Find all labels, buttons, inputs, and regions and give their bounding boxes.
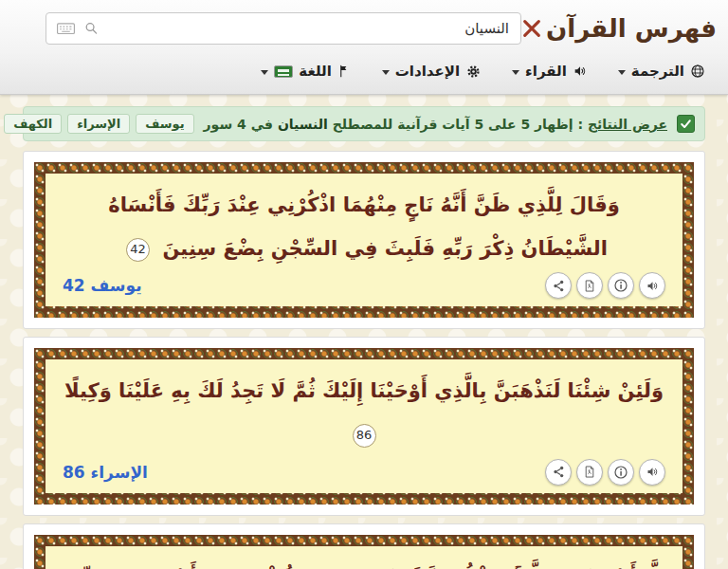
search-input[interactable]: [46, 13, 520, 44]
verse-text: وَلَئِنْ شِئْنَا لَنَذْهَبَنَّ بِالَّذِي…: [63, 369, 665, 456]
nav-item-settings[interactable]: الإعدادات: [382, 63, 482, 80]
verse-words: وَقَالَ لِلَّذِي ظَنَّ أَنَّهُ نَاجٍ مِن…: [108, 193, 619, 260]
ornate-frame: إِلَّا أَنْ يَشَاءَ اللَّهُ ۚ وَاذْكُرْ …: [34, 535, 694, 569]
surah-ref-link[interactable]: يوسف 42: [63, 276, 142, 295]
rehal-icon: [521, 18, 542, 39]
verse-card: وَلَئِنْ شِئْنَا لَنَذْهَبَنَّ بِالَّذِي…: [23, 337, 705, 515]
show-results-link[interactable]: عرض النتائج: [588, 117, 667, 132]
verse-actions: [545, 459, 665, 486]
verse-box: وَقَالَ لِلَّذِي ظَنَّ أَنَّهُ نَاجٍ مِن…: [46, 174, 682, 306]
info-button[interactable]: [608, 459, 634, 486]
pdf-button[interactable]: [576, 272, 603, 299]
search-term: النسيان: [278, 117, 328, 132]
results-bar: عرض النتائج : إظهار 5 على 5 آيات قرآنية …: [23, 106, 705, 141]
search-icons: [56, 21, 100, 37]
results-text: عرض النتائج : إظهار 5 على 5 آيات قرآنية …: [204, 117, 667, 132]
results-summary: إظهار 5 على 5 آيات قرآنية للمصطلح: [333, 117, 573, 132]
nav-label: اللغة: [299, 63, 331, 80]
saudi-flag-icon: [274, 65, 293, 78]
gear-icon: [465, 64, 482, 80]
pdf-button[interactable]: [576, 459, 603, 486]
results-checkbox[interactable]: [677, 115, 695, 133]
nav-item-translation[interactable]: الترجمة: [618, 63, 705, 80]
results-suffix: في 4 سور: [204, 117, 273, 132]
nav-label: الترجمة: [631, 63, 684, 80]
results-colon: :: [577, 117, 583, 132]
verse-footer: يوسف 42: [63, 272, 665, 299]
ayah-number-badge: 86: [353, 424, 376, 448]
flag-icon: [337, 64, 352, 79]
caret-down-icon: [512, 70, 519, 75]
nav-item-language[interactable]: اللغة: [261, 63, 351, 80]
nav-bar: الترجمة القراء الإعدادات اللغة: [46, 49, 717, 93]
keyboard-icon[interactable]: [56, 21, 76, 37]
nav-label: الإعدادات: [395, 63, 460, 80]
ornate-frame: وَلَئِنْ شِئْنَا لَنَذْهَبَنَّ بِالَّذِي…: [34, 348, 694, 504]
audio-button[interactable]: [639, 459, 665, 486]
nav-label: القراء: [525, 63, 567, 80]
verse-text: إِلَّا أَنْ يَشَاءَ اللَّهُ ۚ وَاذْكُرْ …: [63, 556, 665, 569]
verse-box: إِلَّا أَنْ يَشَاءَ اللَّهُ ۚ وَاذْكُرْ …: [46, 546, 682, 569]
surah-tag-yusuf[interactable]: يوسف: [136, 114, 193, 134]
ayah-number-badge: 42: [126, 238, 150, 262]
verse-text: وَقَالَ لِلَّذِي ظَنَّ أَنَّهُ نَاجٍ مِن…: [63, 183, 665, 270]
surah-tag-isra[interactable]: الإسراء: [67, 114, 130, 134]
search-icon[interactable]: [83, 21, 100, 37]
verse-actions: [545, 272, 665, 299]
verse-words: وَلَئِنْ شِئْنَا لَنَذْهَبَنَّ بِالَّذِي…: [64, 379, 664, 402]
surah-tag-kahf[interactable]: الكهف: [4, 114, 62, 134]
surah-tags: يوسف الإسراء الكهف الأعلى: [0, 114, 194, 134]
verse-card: إِلَّا أَنْ يَشَاءَ اللَّهُ ۚ وَاذْكُرْ …: [23, 523, 705, 569]
surah-ref-link[interactable]: الإسراء 86: [63, 463, 148, 482]
logo-text: فهرس القرآن: [546, 14, 717, 43]
share-button[interactable]: [545, 272, 572, 299]
audio-button[interactable]: [639, 272, 665, 299]
ornate-frame: وَقَالَ لِلَّذِي ظَنَّ أَنَّهُ نَاجٍ مِن…: [34, 162, 694, 318]
header-top-row: فهرس القرآن: [46, 8, 717, 49]
info-button[interactable]: [608, 272, 634, 299]
search-box: [46, 12, 521, 45]
caret-down-icon: [618, 70, 626, 75]
caret-down-icon: [382, 70, 390, 75]
speaker-icon: [573, 64, 588, 79]
globe-icon: [690, 64, 705, 79]
header: فهرس القرآن الترجمة: [0, 0, 728, 95]
share-button[interactable]: [545, 459, 572, 486]
caret-down-icon: [261, 70, 268, 75]
verse-footer: الإسراء 86: [63, 459, 665, 486]
verse-box: وَلَئِنْ شِئْنَا لَنَذْهَبَنَّ بِالَّذِي…: [46, 359, 682, 492]
verse-card: وَقَالَ لِلَّذِي ظَنَّ أَنَّهُ نَاجٍ مِن…: [23, 151, 705, 329]
quran-index-page: { "header": { "logo": "فهرس القرآن", "se…: [0, 0, 728, 569]
nav-item-reciters[interactable]: القراء: [512, 63, 588, 80]
logo[interactable]: فهرس القرآن: [521, 14, 717, 43]
